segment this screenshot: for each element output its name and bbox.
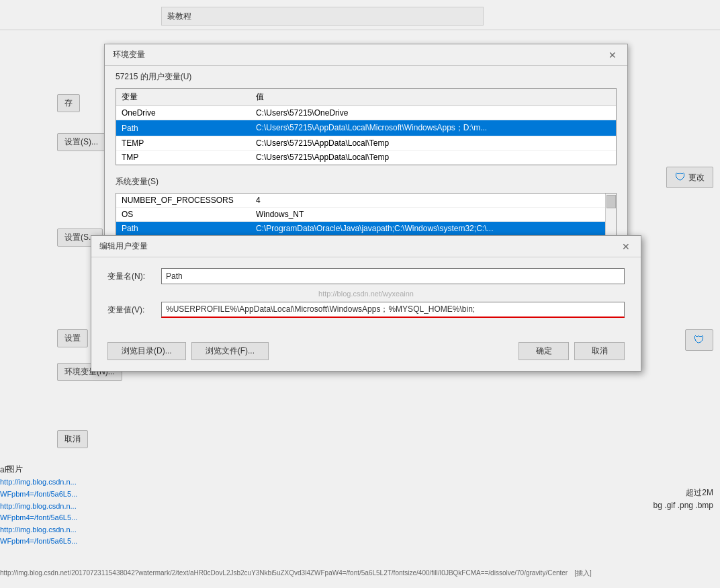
update-btn[interactable]: 🛡 更改 xyxy=(666,167,713,188)
user-vars-section-label: 57215 的用户变量(U) xyxy=(105,66,627,85)
settings-s-btn[interactable]: 设置(S)... xyxy=(57,133,105,151)
var-value-row: 变量值(V): xyxy=(107,302,625,318)
sys-vars-section-label: 系统变量(S) xyxy=(105,171,627,190)
shield-icon: 🛡 xyxy=(675,171,686,183)
bottom-watermark: http://img.blog.csdn.net/201707231154380… xyxy=(0,569,604,578)
link-2: WFpbm4=/font/5a6L5... xyxy=(0,489,134,501)
edit-buttons-row: 浏览目录(D)... 浏览文件(F)... 确定 取消 xyxy=(91,337,641,371)
env-dialog-title: 环境变量 xyxy=(113,49,145,60)
var-value-input[interactable] xyxy=(161,302,625,318)
link-3: http://img.blog.csdn.n... xyxy=(0,501,134,513)
var-name-row: 变量名(N): xyxy=(107,268,625,284)
table-row[interactable]: Path C:\ProgramData\Oracle\Java\javapath… xyxy=(116,222,616,236)
table-row[interactable]: NUMBER_OF_PROCESSORS 4 xyxy=(116,194,616,208)
table-row[interactable]: TEMP C:\Users\57215\AppData\Local\Temp xyxy=(116,136,616,151)
table-row[interactable]: Path C:\Users\57215\AppData\Local\Micros… xyxy=(116,120,616,136)
edit-dialog-close-btn[interactable]: ✕ xyxy=(619,240,633,253)
formats-text: bg .gif .png .bmp xyxy=(654,501,713,510)
save-btn[interactable]: 存 xyxy=(57,94,80,112)
watermark-text: http://blog.csdn.net/wyxeainn xyxy=(107,290,625,298)
browse-file-btn[interactable]: 浏览文件(F)... xyxy=(191,342,269,360)
top-bar: 装教程 xyxy=(161,7,484,26)
bottom-links: http://img.blog.csdn.n... WFpbm4=/font/5… xyxy=(0,476,134,548)
size-text: 超过2M xyxy=(686,487,713,499)
var-name-input[interactable] xyxy=(161,268,625,284)
link-1: http://img.blog.csdn.n... xyxy=(0,476,134,489)
val-col-header: 值 xyxy=(251,89,616,106)
user-vars-table-container: 变量 值 OneDrive C:\Users\57215\OneDrive Pa… xyxy=(116,88,617,165)
scroll-thumb[interactable] xyxy=(606,195,616,208)
edit-user-var-dialog: 编辑用户变量 ✕ 变量名(N): http://blog.csdn.net/wy… xyxy=(91,235,641,372)
edit-dialog-title: 编辑用户变量 xyxy=(99,241,148,252)
table-row[interactable]: OneDrive C:\Users\57215\OneDrive xyxy=(116,106,616,120)
edit-ok-btn[interactable]: 确定 xyxy=(519,342,569,360)
cancel-bg-btn[interactable]: 取消 xyxy=(57,430,88,448)
browse-dir-btn[interactable]: 浏览目录(D)... xyxy=(107,342,186,360)
link-6: WFpbm4=/font/5a6L5... xyxy=(0,536,134,548)
user-vars-table: 变量 值 OneDrive C:\Users\57215\OneDrive Pa… xyxy=(116,89,616,165)
env-dialog-titlebar: 环境变量 ✕ xyxy=(105,44,627,66)
var-col-header: 变量 xyxy=(116,89,251,106)
top-bar-text: 装教程 xyxy=(167,11,191,22)
af-text: aF xyxy=(0,465,9,474)
link-5: http://img.blog.csdn.n... xyxy=(0,524,134,536)
var-value-label: 变量值(V): xyxy=(107,304,161,316)
settings3-btn[interactable]: 设置 xyxy=(57,329,88,347)
var-name-label: 变量名(N): xyxy=(107,271,161,282)
edit-form: 变量名(N): http://blog.csdn.net/wyxeainn 变量… xyxy=(91,257,641,337)
table-row[interactable]: TMP C:\Users\57215\AppData\Local\Temp xyxy=(116,151,616,165)
table-row[interactable]: OS Windows_NT xyxy=(116,208,616,222)
edit-cancel-btn[interactable]: 取消 xyxy=(574,342,625,360)
right-shield-btn[interactable]: 🛡 xyxy=(685,329,713,351)
env-dialog-close-btn[interactable]: ✕ xyxy=(606,48,619,62)
link-4: WFpbm4=/font/5a6L5... xyxy=(0,512,134,524)
edit-dialog-titlebar: 编辑用户变量 ✕ xyxy=(91,236,641,257)
shield-icon-2: 🛡 xyxy=(694,334,705,346)
